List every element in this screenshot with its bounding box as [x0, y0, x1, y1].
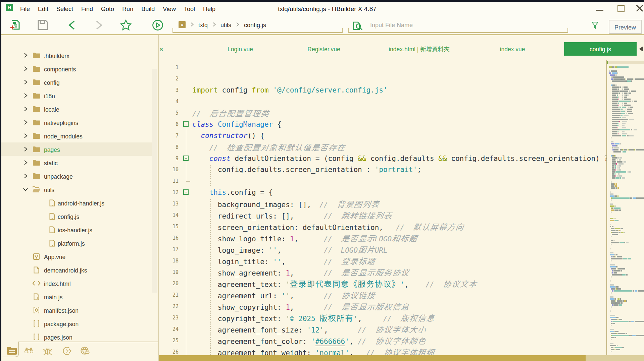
close-button[interactable] [636, 4, 644, 12]
favorite-star-button[interactable] [120, 19, 132, 31]
menu-tool[interactable]: Tool [180, 2, 199, 15]
debug-tab-icon[interactable] [43, 346, 52, 356]
fold-marker[interactable] [183, 156, 189, 161]
preview-button[interactable]: Preview [609, 20, 642, 34]
explorer-tab-icon[interactable] [7, 347, 17, 355]
chevron-right-icon[interactable] [22, 133, 29, 139]
save-button[interactable] [38, 20, 48, 30]
tree-item-android-handler.js[interactable]: android-handler.js [1, 196, 157, 209]
tree-item-config.js[interactable]: config.js [1, 209, 157, 223]
minimap-line-seg [615, 165, 616, 167]
tree-item-main.js[interactable]: main.js [1, 290, 157, 303]
minimap-line-seg [612, 107, 618, 108]
tab-config.js-active[interactable]: config.js [564, 42, 637, 56]
chevron-right-icon[interactable] [22, 160, 29, 166]
tree-item-config[interactable]: config [1, 75, 157, 89]
goto-tab-icon[interactable] [62, 346, 72, 356]
breadcrumb-item[interactable]: utils [220, 20, 231, 29]
tab-Login.vue[interactable]: Login.vue [228, 35, 253, 60]
filter-icon[interactable] [591, 21, 599, 29]
breadcrumb-item[interactable]: config.js [244, 20, 266, 29]
tab-Register.vue[interactable]: Register.vue [307, 35, 340, 60]
menu-run[interactable]: Run [118, 2, 137, 15]
chevron-right-icon[interactable] [22, 79, 29, 85]
menu-view[interactable]: View [159, 2, 180, 15]
minimap-line-seg [612, 323, 615, 324]
tab-index.html | 新增資料夾[interactable]: index.html | 新增資料夾 [389, 35, 450, 60]
minimap-line-seg [622, 86, 623, 88]
tree-item-platform.js[interactable]: platform.js [1, 236, 157, 250]
minimap-line-seg [610, 252, 613, 253]
indent-guide [210, 165, 211, 186]
chevron-right-icon[interactable] [22, 119, 29, 125]
run-button[interactable] [152, 19, 163, 31]
chevron-down-icon[interactable] [22, 186, 29, 192]
tree-item-index.html[interactable]: index.html [1, 277, 157, 290]
chevron-right-icon[interactable] [22, 93, 29, 99]
minimap[interactable] [606, 60, 644, 359]
chevron-right-icon[interactable] [22, 52, 29, 58]
horizontal-scrollbar-thumb[interactable] [159, 355, 586, 361]
tree-item-components[interactable]: components [1, 62, 157, 75]
code-token: ' [345, 338, 349, 346]
search-input[interactable]: Input File Name [370, 15, 413, 34]
code-token: agreement_url: [192, 292, 282, 300]
publish-tab-icon[interactable] [80, 346, 90, 355]
menu-file[interactable]: File [16, 2, 34, 15]
horizontal-scrollbar[interactable] [159, 355, 644, 361]
back-button[interactable] [67, 20, 76, 30]
minimap-line-seg [612, 304, 613, 306]
minimap-line-seg [611, 347, 613, 348]
tree-item-nativeplugins[interactable]: nativeplugins [1, 116, 157, 129]
tree-item-demoandroid.jks[interactable]: demoandroid.jks [1, 263, 157, 277]
tab-scroll-left-icon[interactable] [639, 47, 643, 51]
fold-marker[interactable] [183, 121, 189, 127]
menu-goto[interactable]: Goto [97, 2, 118, 15]
tree-item-locale[interactable]: locale [1, 102, 157, 116]
minimap-line-seg [615, 205, 616, 207]
minimap-line-seg [612, 66, 615, 68]
minimize-button[interactable] [596, 10, 603, 11]
tree-item-App.vue[interactable]: App.vue [1, 250, 157, 263]
tree-item-pages[interactable]: pages [1, 142, 157, 156]
tree-item-unpackage[interactable]: unpackage [1, 169, 157, 183]
code-token [192, 144, 209, 152]
line-number: 24 [159, 324, 179, 335]
tree-item-.hbuilderx[interactable]: .hbuilderx [1, 49, 157, 62]
tab-s[interactable]: s [160, 35, 163, 60]
minimap-line-seg [614, 149, 618, 151]
menu-edit[interactable]: Edit [34, 2, 52, 15]
minimap-line-seg [621, 232, 624, 233]
tree-scrollbar[interactable] [152, 69, 157, 293]
chevron-right-icon[interactable] [22, 173, 29, 179]
code-token: 是否显示服务协议 [340, 267, 410, 278]
tree-item-package.json[interactable]: package.json [1, 317, 157, 330]
fold-marker[interactable] [183, 189, 189, 195]
tree-item-i18n[interactable]: i18n [1, 89, 157, 102]
maximize-button[interactable] [617, 5, 625, 12]
minimap-line-seg [626, 113, 627, 114]
chevron-right-icon[interactable] [22, 106, 29, 112]
menu-build[interactable]: Build [137, 2, 159, 15]
menu-help[interactable]: Help [199, 2, 219, 15]
chevron-right-icon[interactable] [22, 146, 29, 152]
tree-item-label: config [44, 78, 60, 86]
tree-item-manifest.json[interactable]: manifest.json [1, 303, 157, 317]
menu-select[interactable]: Select [52, 2, 77, 15]
minimap-line-seg [624, 242, 625, 243]
tree-item-ios-handler.js[interactable]: ios-handler.js [1, 223, 157, 236]
minimap-line-seg [617, 165, 618, 167]
tree-item-utils[interactable]: utils [1, 183, 157, 196]
minimap-line-seg [610, 298, 614, 300]
code-editor[interactable]: 1234567891011121314151617181920212223242… [159, 60, 606, 355]
tree-item-node_modules[interactable]: node_modules [1, 129, 157, 142]
breadcrumb-item[interactable]: txlq [198, 20, 208, 29]
tree-item-static[interactable]: static [1, 156, 157, 169]
forward-button[interactable] [95, 20, 103, 30]
menu-find[interactable]: Find [77, 2, 97, 15]
chevron-right-icon[interactable] [22, 66, 29, 72]
minimap-line-seg [612, 268, 616, 269]
tab-index.vue[interactable]: index.vue [500, 35, 525, 60]
search-tab-icon[interactable] [24, 346, 34, 355]
new-file-button[interactable] [10, 19, 21, 31]
